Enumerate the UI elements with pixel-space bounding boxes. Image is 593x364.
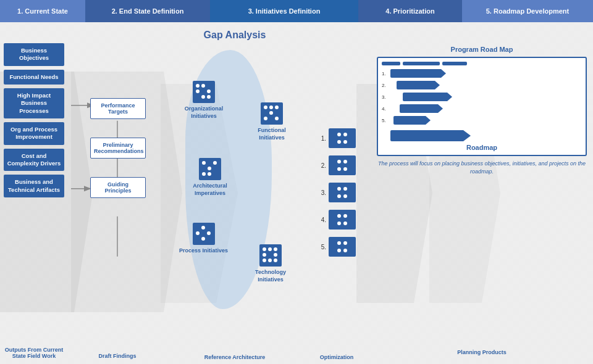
process-initiatives-label: Process Initiatives <box>179 247 228 255</box>
sidebar-footer: Outputs From Current State Field Work <box>4 347 64 359</box>
priority-bar-4 <box>329 210 356 230</box>
initiatives-footer: Reference Architecture <box>167 350 303 362</box>
tab-current-state[interactable]: 1. Current State <box>0 0 85 22</box>
org-initiatives-label: Organizational Initiatives <box>179 105 229 120</box>
roadmap-big-arrow <box>390 130 471 141</box>
prelim-recs-box: Preliminary Recommendations <box>90 138 163 159</box>
priority-item-4: 4. <box>318 210 356 230</box>
performance-targets-box: Performance Targets <box>90 98 163 119</box>
priority-bar-2 <box>329 155 356 175</box>
roadmap-arrow-3 <box>403 93 452 101</box>
guiding-principles-box: Guiding Principles <box>90 177 163 198</box>
prelim-recs-label: Preliminary Recommendations <box>90 138 146 159</box>
technology-initiatives-icon <box>259 244 282 267</box>
roadmap-row-2: 2. <box>382 81 582 89</box>
roadmap-arrow-2 <box>397 81 440 89</box>
priority-bar-1 <box>329 128 356 148</box>
roadmap-arrow-4 <box>400 104 443 113</box>
program-roadmap-title: Program Road Map <box>377 46 587 53</box>
roadmap-arrow-5 <box>393 116 431 125</box>
priority-item-5: 5. <box>318 237 356 257</box>
architectural-imperatives-item: Architectural Imperatives <box>185 158 235 197</box>
architectural-imperatives-icon <box>199 158 221 180</box>
priority-bar-3 <box>329 183 356 202</box>
sidebar-section: Business Objectives Functional Needs Hig… <box>0 22 68 364</box>
priority-item-3: 3. <box>318 183 356 202</box>
tab-end-state[interactable]: 2. End State Definition <box>85 0 210 22</box>
roadmap-timeline-bar <box>382 62 582 65</box>
functional-initiatives-item: Functional Initiatives <box>247 102 296 141</box>
roadmap-description: The process will focus on placing busine… <box>377 160 587 175</box>
roadmap-row-4: 4. <box>382 104 582 113</box>
process-initiatives-icon <box>193 223 215 245</box>
roadmap-arrow-1 <box>390 69 446 78</box>
process-initiatives-item: Process Initiatives <box>179 223 228 255</box>
timeline-segment-3 <box>442 62 467 65</box>
guiding-principles-label: Guiding Principles <box>90 177 146 198</box>
sidebar-box-artifacts: Business and Technical Artifacts <box>4 175 64 197</box>
roadmap-rows: 1. 2. 3. 4. <box>382 69 582 141</box>
roadmap-section-label: Roadmap <box>382 144 582 151</box>
prioritization-section: 1. 2. 3. <box>303 22 371 364</box>
roadmap-box: 1. 2. 3. 4. <box>377 57 587 156</box>
priority-item-2: 2. <box>318 155 356 175</box>
functional-initiatives-icon <box>261 102 283 125</box>
sidebar-box-high-impact: High Impact Business Processes <box>4 88 64 118</box>
tab-initiatives[interactable]: 3. Initiatives Definition <box>210 0 358 22</box>
technology-initiatives-label: Technology Initiatives <box>246 269 295 283</box>
priority-item-1: 1. <box>318 128 356 148</box>
gap-analysis-title: Gap Analysis <box>167 22 303 43</box>
org-initiatives-item: Organizational Initiatives <box>179 81 229 120</box>
org-initiatives-icon <box>193 81 215 103</box>
prioritization-footer: Optimization <box>303 350 371 364</box>
functional-initiatives-label: Functional Initiatives <box>247 127 296 141</box>
roadmap-big-arrow-row <box>382 130 582 141</box>
sidebar-box-business-objectives: Business Objectives <box>4 43 64 66</box>
architectural-imperatives-label: Architectural Imperatives <box>185 183 235 197</box>
performance-targets-label: Performance Targets <box>90 98 146 119</box>
tab-roadmap[interactable]: 5. Roadmap Development <box>462 0 593 22</box>
main-content: Business Objectives Functional Needs Hig… <box>0 22 593 364</box>
initiatives-section: Gap Analysis Organizational Initiatives <box>167 22 303 364</box>
timeline-segment-2 <box>403 62 440 65</box>
priority-bar-5 <box>329 237 356 257</box>
roadmap-row-1: 1. <box>382 69 582 78</box>
roadmap-row-5: 5. <box>382 116 582 125</box>
roadmap-section: Program Road Map 1. <box>371 22 593 364</box>
tab-prioritization[interactable]: 4. Prioritization <box>358 0 462 22</box>
timeline-segment-1 <box>382 62 400 65</box>
endstate-footer: Draft Findings <box>72 353 163 359</box>
sidebar-box-functional-needs: Functional Needs <box>4 70 64 85</box>
endstate-section: Performance Targets Preliminary Recommen… <box>68 22 167 364</box>
sidebar-box-org-process: Org and Process Improvement <box>4 122 64 145</box>
header-tabs: 1. Current State 2. End State Definition… <box>0 0 593 22</box>
roadmap-row-3: 3. <box>382 93 582 101</box>
technology-initiatives-item: Technology Initiatives <box>246 244 295 283</box>
roadmap-footer: Planning Products <box>377 345 587 359</box>
sidebar-box-cost-complexity: Cost and Complexity Drivers <box>4 149 64 172</box>
